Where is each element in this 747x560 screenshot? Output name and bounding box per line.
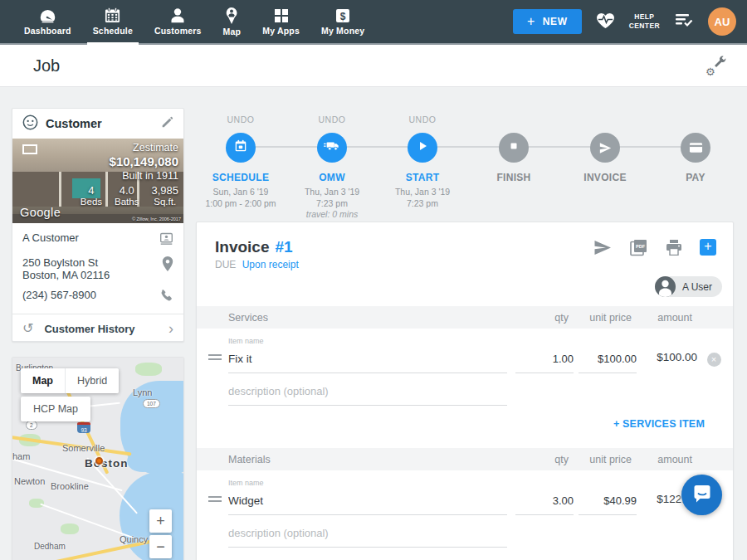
- start-step-label: START: [373, 172, 472, 183]
- invoice-actions: PDF +: [593, 239, 716, 256]
- map-type-map-button[interactable]: Map: [21, 368, 65, 393]
- sqft-label: Sq.ft.: [154, 197, 176, 207]
- omw-time: 7:23 pm: [282, 198, 382, 210]
- print-icon[interactable]: [666, 240, 682, 256]
- service-unit-price-input[interactable]: [579, 353, 637, 373]
- edit-customer-icon[interactable]: [161, 116, 173, 132]
- drag-handle-icon[interactable]: [208, 354, 222, 363]
- map-type-buttons: Map Hybrid: [21, 368, 119, 393]
- route-shield-2: 2: [26, 421, 37, 430]
- service-item-row: Item name $100.00 ×: [197, 337, 733, 373]
- start-step-button[interactable]: [408, 133, 437, 163]
- customer-history-button[interactable]: ↺ Customer History ›: [12, 314, 183, 343]
- user-avatar[interactable]: AU: [708, 7, 736, 36]
- built-year: Built in 1911: [81, 170, 178, 182]
- nav-item-schedule[interactable]: Schedule: [82, 0, 144, 43]
- top-nav: Dashboard Schedule Customers Map My Apps: [0, 0, 747, 45]
- customer-details: A Customer 250 Boylston StBoston, MA 021…: [12, 223, 183, 306]
- nav-item-label: Map: [223, 27, 242, 37]
- chevron-right-icon: ›: [168, 323, 173, 334]
- add-invoice-button[interactable]: +: [700, 239, 716, 256]
- help-center-link[interactable]: HELP CENTER: [629, 12, 660, 31]
- omw-step-button[interactable]: [317, 133, 347, 163]
- nav-item-my-money[interactable]: $ My Money: [310, 0, 375, 43]
- finish-step-label: FINISH: [464, 172, 564, 183]
- material-description-input[interactable]: [228, 527, 507, 548]
- map-zoom-in-button[interactable]: +: [149, 509, 172, 533]
- due-value-link[interactable]: Upon receipt: [242, 259, 299, 270]
- job-settings-button[interactable]: ⚙: [706, 55, 727, 76]
- map-card: Burlington Lynn Somerville Boston ham Ne…: [12, 357, 184, 560]
- contact-card-icon[interactable]: [159, 231, 173, 249]
- nav-item-map[interactable]: Map: [212, 0, 252, 43]
- map-label-somerville: Somerville: [62, 443, 105, 453]
- undo-schedule-link[interactable]: UNDO: [191, 114, 290, 126]
- nav-item-customers[interactable]: Customers: [144, 0, 212, 43]
- services-section-header: Services qty unit price amount: [197, 306, 733, 329]
- svg-text:PDF: PDF: [636, 243, 646, 248]
- assignee-name: A User: [676, 281, 722, 293]
- schedule-date: Sun, Jan 6 '19: [191, 187, 290, 198]
- service-qty-input[interactable]: [515, 353, 574, 373]
- material-qty-input[interactable]: [515, 494, 574, 515]
- send-invoice-icon[interactable]: [593, 240, 612, 256]
- amount-column-header: amount: [632, 312, 692, 324]
- property-stats: 4 4.0 3,985 Beds Baths Sq.ft.: [81, 184, 178, 207]
- nav-right: + NEW HELP CENTER AU: [513, 0, 747, 43]
- item-name-label: Item name: [228, 337, 507, 345]
- nav-item-dashboard[interactable]: Dashboard: [13, 0, 82, 43]
- hcp-map-button[interactable]: HCP Map: [21, 397, 90, 421]
- map-label-lynn: Lynn: [133, 387, 152, 397]
- customer-history-label: Customer History: [44, 323, 134, 335]
- wrench-icon: [712, 55, 727, 73]
- street-view-icon[interactable]: [22, 144, 37, 154]
- location-pin-icon[interactable]: [162, 256, 173, 275]
- materials-section-header: Materials qty unit price amount: [197, 448, 733, 470]
- undo-start-link[interactable]: UNDO: [373, 114, 472, 126]
- unit-price-column-header: unit price: [569, 312, 632, 324]
- materials-header-label: Materials: [228, 454, 502, 465]
- schedule-step-button[interactable]: [226, 133, 256, 163]
- nav-item-label: My Money: [321, 26, 364, 36]
- chat-button[interactable]: [681, 475, 722, 515]
- pdf-icon[interactable]: PDF: [629, 239, 648, 256]
- material-name-input[interactable]: [228, 494, 507, 515]
- invoice-step-label: INVOICE: [555, 172, 655, 183]
- map-label-dedham: Dedham: [34, 542, 66, 551]
- dashboard-icon: [39, 8, 56, 23]
- photo-detail: [59, 172, 61, 207]
- map-zoom-out-button[interactable]: −: [149, 535, 172, 558]
- customer-card-title: Customer: [46, 117, 102, 130]
- property-photo[interactable]: Zestimate $10,149,080 Built in 1911 4 4.…: [12, 139, 183, 223]
- unit-price-column-header: unit price: [569, 454, 632, 465]
- assignee-chip[interactable]: A User: [655, 276, 722, 297]
- list-check-icon[interactable]: [674, 12, 694, 31]
- timeline-step-start: UNDO START Thu, Jan 3 '19 7:23 pm: [373, 108, 472, 209]
- zestimate-overlay: Zestimate $10,149,080 Built in 1911 4 4.…: [81, 142, 178, 207]
- service-description-input[interactable]: [228, 385, 507, 406]
- pay-step-label: PAY: [646, 172, 745, 183]
- job-location-pin: [95, 457, 103, 465]
- material-unit-price-input[interactable]: [579, 494, 637, 515]
- service-name-input[interactable]: [228, 353, 507, 373]
- invoice-number[interactable]: #1: [275, 238, 292, 256]
- add-services-item-link[interactable]: + SERVICES ITEM: [197, 418, 733, 430]
- map-canvas[interactable]: Burlington Lynn Somerville Boston ham Ne…: [12, 358, 183, 560]
- finish-step-button[interactable]: [499, 133, 529, 163]
- start-date: Thu, Jan 3 '19: [373, 187, 472, 198]
- heart-pulse-icon[interactable]: [596, 12, 615, 32]
- plus-icon: +: [527, 14, 535, 29]
- credit-card-icon[interactable]: [681, 133, 710, 163]
- new-button[interactable]: + NEW: [513, 9, 582, 34]
- map-label-ham: ham: [12, 451, 30, 461]
- phone-icon[interactable]: [159, 289, 173, 306]
- invoice-panel: Invoice #1 PDF + DUE Upon receipt: [196, 222, 734, 560]
- nav-item-my-apps[interactable]: My Apps: [251, 0, 310, 43]
- delete-service-item-button[interactable]: ×: [707, 353, 721, 367]
- send-icon[interactable]: [590, 133, 620, 163]
- undo-omw-link[interactable]: UNDO: [282, 114, 382, 126]
- map-type-hybrid-button[interactable]: Hybrid: [65, 368, 119, 393]
- drag-handle-icon[interactable]: [208, 496, 222, 504]
- nav-item-label: Schedule: [93, 26, 133, 36]
- zestimate-value: $10,149,080: [81, 154, 178, 168]
